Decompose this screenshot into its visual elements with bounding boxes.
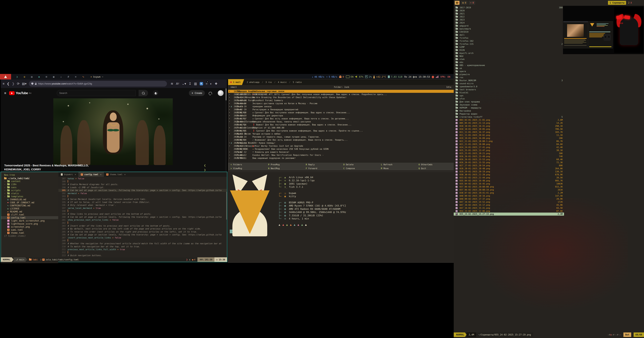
code-line[interactable]: 207invert_previous_next_article_links = … [58, 236, 227, 239]
file-row[interactable]: 030_30-01-2025_21-20.png678,9K [454, 173, 564, 176]
file-row[interactable]: 047_16-02-2025_14-52.png172K [454, 200, 564, 203]
file-row[interactable]: 037_06-02-2025_20:08:19.png261K [454, 188, 564, 191]
email-row[interactable]: •2025-02-12ExodusExodus Wallet: New Veri… [228, 154, 454, 157]
directory-row[interactable]: test browsers [454, 88, 564, 91]
directory-row[interactable]: speedometer3.0 [454, 85, 564, 88]
directory-row[interactable]: obs [454, 61, 564, 64]
tab-music[interactable]: 4 music [277, 81, 288, 84]
neotree-root[interactable]: ~/zola_tabi/tabi [4, 177, 58, 180]
fetch-terminal-window[interactable]: ┌─▲Arch Linux x86_64├─✣6.12.16-lqx1-1-lq… [228, 172, 454, 263]
directory-row[interactable]: ros [454, 76, 564, 79]
tab-whatsapp[interactable]: 2 whatsapp [246, 81, 260, 84]
workspace-notes[interactable]: ≡ [75, 75, 76, 78]
editor-scrollbar[interactable] [226, 192, 227, 220]
code-line[interactable]: 209# Whether the navigation for previous… [58, 242, 227, 245]
email-row[interactable]: •ø2025-02-13Лебедева ЮлияSOS! Нужна помо… [228, 141, 454, 144]
workspace-terminal[interactable]: ❯ [16, 75, 18, 78]
file-row[interactable]: 047_16-02-2025_15-41.png65,5K [454, 206, 564, 210]
code-line[interactable]: 211previous_next_article_links_full_widt… [58, 248, 227, 251]
edge-chevron-up[interactable]: ❮ [204, 164, 206, 167]
directory-row[interactable]: ok [454, 67, 564, 70]
file-row[interactable]: 029_29-01-2025_20-19.png130,1K [454, 170, 564, 173]
tree-item-LICENSE[interactable]: ✿LICENSE [1, 207, 58, 210]
file-row[interactable]: 026_26-01-2025_15-53.png68,4K [454, 158, 564, 161]
email-row[interactable]: •2025-02-12Гала• Клиенты для вашего бизн… [228, 151, 454, 154]
back-icon[interactable]: ❮ [7, 82, 10, 86]
close-icon[interactable]: × [124, 173, 126, 176]
tree-item-lighthouse_score.png[interactable]: lighthouse_score.png [1, 222, 58, 225]
help-reply[interactable]: RReply [305, 163, 342, 166]
directory-row[interactable]: COVID19 [454, 30, 564, 34]
tree-item-scripts[interactable]: ›scripts [1, 189, 58, 192]
code-line[interactable]: 195# If set to false, it will load the l… [58, 201, 227, 204]
file-row[interactable]: 035_04-02-2025_16-45.png1003K [454, 182, 564, 185]
code-line[interactable]: 198 [58, 210, 227, 212]
email-row[interactable]: •ø2025-02-19Ольгаприведем заказы [228, 105, 454, 108]
yazi-tab-2[interactable]: 2X [628, 2, 632, 4]
tree-item-content[interactable]: ›content [1, 180, 58, 183]
youtube-menu-icon[interactable]: ≡ [4, 91, 6, 95]
email-row[interactable]: •2025-02-17Ozon.Ru✉Срочно! Для Вас есть … [228, 117, 454, 120]
buffer-tab-config.toml[interactable]: Tconfig.toml× [78, 172, 104, 177]
email-row[interactable]: •2025-02-20Daniel ShnaiderWe Are Breakin… [228, 96, 454, 99]
file-row[interactable]: 019_19-01-2025_16-09.png20K [454, 137, 564, 140]
tree-item-light_dark_screenshot.png[interactable]: light_dark_screenshot.png [1, 219, 58, 222]
translate-icon[interactable]: Aᶻ [176, 82, 179, 86]
close-icon[interactable]: × [100, 173, 102, 176]
file-row[interactable]: 021_21-01-2025_18-08.png84,6K [454, 143, 564, 146]
email-row[interactable]: •2025-02-13Daniel Shnaider▦Your Warmy To… [228, 144, 454, 147]
tab-radio[interactable]: 5 radio [292, 81, 302, 84]
code-buffer[interactable]: 187katex = false188189# Enable Mermaid d… [58, 177, 227, 257]
address-bar[interactable]: https://www.youtube.com/watch?v=5b8A-jgx… [29, 81, 167, 87]
tree-item-sumi.toml[interactable]: Tsumi.toml [1, 228, 58, 231]
tree-item-CONTRIBUTING.md[interactable]: ✎CONTRIBUTING.md [1, 204, 58, 207]
directory-row[interactable]: pipewire [454, 73, 564, 76]
directory-row[interactable]: 2023 [454, 18, 564, 21]
code-line[interactable]: 210# To match the navigation bar at the … [58, 245, 227, 248]
video-player[interactable] [53, 98, 173, 165]
reload-icon[interactable]: ⟳ [17, 82, 20, 86]
mail-terminal-window[interactable]: 1 mail 2 whatsapp/3 rss/4 music/5 radio … [228, 79, 454, 172]
directory-row[interactable]: benchmark [454, 27, 564, 30]
code-line[interactable]: 196# Only relevant when `mermaid = true`… [58, 204, 227, 207]
directory-row[interactable]: firefox-1152 [454, 43, 564, 46]
tab-rss[interactable]: 3 rss [265, 81, 273, 84]
tab-mail[interactable]: 1 mail [228, 79, 244, 85]
file-row[interactable]: 011_11-01-2025_16-37.png103,7K [454, 131, 564, 134]
file-row[interactable]: 047_16-02-2025_15-17.png45,9K [454, 203, 564, 206]
directory-row[interactable]: Настройки [454, 109, 564, 112]
youtube-notifications-icon[interactable] [209, 92, 212, 94]
code-line[interactable]: 203# Invert order of the links to previo… [58, 224, 227, 227]
file-row[interactable]: 035_04-02-2025_16-40.png995,7K [454, 179, 564, 182]
notification-bell-icon[interactable] [432, 76, 434, 78]
email-row[interactable]: 2025-02-13OZON_NEWS✦Поздравляем! Вам нач… [228, 147, 454, 151]
buffer-tab-theme.toml[interactable]: Ttheme.toml× [104, 172, 128, 177]
youtube-search-input[interactable]: Search [57, 90, 136, 96]
file-row[interactable]: 040_09-02-2025_17-37.png20,9K [454, 197, 564, 200]
directory-row[interactable]: Дом клик продажа [454, 100, 564, 103]
code-line[interactable]: 201show_previous_next_article_links = fa… [58, 218, 227, 221]
help-refresh[interactable]: LRefresh [380, 163, 418, 166]
file-manager-window[interactable]: ⧉0 ✂0 1 Скриншоты 2X 2017-20193802020202… [454, 0, 644, 338]
email-row[interactable]: 2025-02-14ЭльзаРеклама от первого лица, … [228, 135, 454, 138]
help-prevmsg[interactable]: PPrevMsg [267, 163, 305, 166]
directory-row[interactable]: firefox-102 [454, 40, 564, 43]
edge-chevron-down[interactable]: ❯ [204, 168, 206, 171]
youtube-voice-search-button[interactable] [153, 90, 158, 96]
code-line[interactable]: 213# Quick navigation buttons. [58, 254, 227, 257]
tree-item-i18n[interactable]: ›i18n [1, 183, 58, 186]
screenshot-tool-icon[interactable]: ⌗ [206, 82, 208, 86]
code-line[interactable]: 189# Enable Mermaid diagrams for all pos… [58, 183, 227, 186]
code-line[interactable]: 192mermaid = false [58, 192, 227, 195]
help-forward[interactable]: FForward [305, 167, 342, 170]
workspace-windows[interactable]: ⊞ [46, 75, 47, 78]
file-row[interactable]: 026_26-01-2025_15-55.png72,3K [454, 161, 564, 164]
yazi-tab-screenshots[interactable]: 1 Скриншоты [608, 1, 626, 5]
file-row[interactable]: 024_24-01-2025_17-41.png42,4K [454, 146, 564, 149]
workspace-code[interactable]: # [68, 75, 69, 78]
help-othercmds[interactable]: OOtherCmds [418, 163, 455, 166]
youtube-search-button[interactable] [138, 90, 148, 96]
tree-item-cliff.toml[interactable]: Tcliff.toml [1, 213, 58, 216]
code-line[interactable]: 206# Can be set at page or section level… [58, 233, 227, 236]
buffer-tab-bspwmrc[interactable]: bspwmrc× [58, 172, 78, 177]
